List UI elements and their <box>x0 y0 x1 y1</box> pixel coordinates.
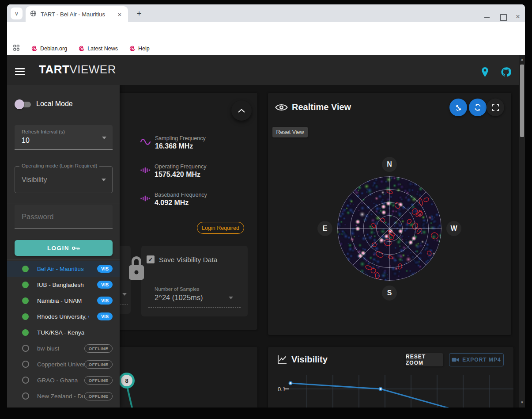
station-list-item[interactable]: GRAO - Ghana OFFLINE <box>7 372 120 388</box>
minimize-button[interactable] <box>484 17 490 18</box>
save-visibility-checkbox[interactable]: ✓ <box>147 255 155 263</box>
sidebar: Local Mode Refresh Interval (s) 10 Opera… <box>7 85 120 408</box>
field-underline <box>148 307 241 308</box>
bookmark-label: Help <box>138 46 150 52</box>
bookmark-item[interactable]: Help <box>129 46 150 52</box>
hamburger-menu-icon[interactable] <box>15 66 25 77</box>
brand-bold: TART <box>39 63 69 76</box>
frequency-value: 4.092 MHz <box>155 199 207 207</box>
compass-south: S <box>382 286 397 301</box>
password-input[interactable] <box>15 205 113 229</box>
reset-view-button[interactable]: Reset View <box>272 127 308 137</box>
bookmarks-separator <box>25 44 25 53</box>
location-pin-icon[interactable] <box>481 66 489 80</box>
tab-strip: ∨ TART - Bel Air - Mauritius × + × <box>7 4 525 22</box>
station-list-item[interactable]: Bel Air - Mauritius VIS <box>7 261 120 277</box>
visibility-title: Visibility <box>291 354 328 365</box>
frequency-value: 1575.420 MHz <box>155 171 206 179</box>
line-chart-icon <box>277 354 287 367</box>
dropdown-arrow-icon[interactable] <box>229 297 233 299</box>
local-mode-label: Local Mode <box>36 100 73 108</box>
operating-mode-value: Visibility <box>22 176 47 184</box>
close-window-button[interactable]: × <box>516 12 520 21</box>
station-list: Bel Air - Mauritius VIS IUB - Bangladesh… <box>7 261 120 404</box>
sky-image[interactable] <box>337 176 441 281</box>
station-name: TUK/KSA - Kenya <box>37 329 84 336</box>
login-label: LOGIN <box>47 245 69 251</box>
station-list-item[interactable]: Rhodes University, Gra… VIS <box>7 309 120 324</box>
fullscreen-button[interactable] <box>487 99 504 116</box>
debian-swirl-icon <box>79 46 85 52</box>
app-header: TARTVIEWER <box>7 55 525 85</box>
login-button[interactable]: LOGIN <box>15 240 113 256</box>
frequency-label: Sampling Frequency <box>155 135 206 141</box>
station-name: New Zealand - Du… <box>37 393 89 400</box>
browser-window: ∨ TART - Bel Air - Mauritius × + × ← → ↻… <box>7 4 525 408</box>
station-badge: VIS <box>97 312 113 320</box>
compass-west: W <box>446 221 461 236</box>
videocam-icon <box>452 357 459 362</box>
satellite-icon <box>454 103 463 112</box>
refresh-interval-select[interactable]: Refresh Interval (s) 10 <box>15 125 113 150</box>
bookmark-item[interactable]: Debian.org <box>31 46 67 52</box>
local-mode-toggle-knob[interactable] <box>15 99 24 109</box>
refresh-interval-value: 10 <box>22 137 30 145</box>
page-scrollbar[interactable]: ▲ ▼ <box>519 55 525 408</box>
visibility-panel: Visibility RESET ZOOM EXPORT MP4 0.1 <box>268 347 513 408</box>
operating-mode-label: Operating mode (Login Required) <box>19 163 99 168</box>
station-status-icon <box>22 329 29 336</box>
new-tab-button[interactable]: + <box>133 8 145 19</box>
station-list-item[interactable]: Namibia - UNAM VIS <box>7 293 120 309</box>
station-badge: VIS <box>97 297 113 305</box>
export-mp4-label: EXPORT MP4 <box>462 357 501 363</box>
station-badge: OFFLINE <box>84 392 113 400</box>
chevron-up-icon <box>238 109 245 113</box>
bookmarks-bar: Debian.org Latest News Help <box>7 42 525 55</box>
chevron-down-icon: ∨ <box>15 10 19 17</box>
scroll-up-icon[interactable]: ▲ <box>519 57 525 61</box>
frequency-label: Operating Frequency <box>155 164 206 170</box>
tart-viewer-page: TARTVIEWER Sampling Frequency <box>7 55 525 408</box>
scroll-down-icon[interactable]: ▼ <box>519 400 525 404</box>
station-list-item[interactable]: Copperbelt Univer… OFFLINE <box>7 356 120 372</box>
github-icon[interactable] <box>501 67 511 79</box>
station-list-item[interactable]: bw-biust OFFLINE <box>7 340 120 356</box>
tab-title: TART - Bel Air - Mauritius <box>41 11 116 18</box>
tab-close-icon[interactable]: × <box>116 11 124 18</box>
maximize-button[interactable] <box>500 14 507 21</box>
tab-search-button[interactable]: ∨ <box>11 8 23 19</box>
frequency-row: Operating Frequency 1575.420 MHz <box>140 164 206 179</box>
collapse-panel-button[interactable] <box>231 100 252 121</box>
realtime-title: Realtime View <box>292 102 351 112</box>
operating-mode-select[interactable]: Operating mode (Login Required) Visibili… <box>15 166 113 193</box>
station-list-item[interactable]: TUK/KSA - Kenya <box>7 324 120 340</box>
refresh-view-button[interactable] <box>469 99 487 116</box>
visibility-chart[interactable] <box>272 369 513 408</box>
save-visibility-label: Save Visibility Data <box>159 256 217 264</box>
scrollbar-thumb[interactable] <box>520 65 524 137</box>
browser-toolbar: ← → ↻ ⌂ tart.elec.ac.nz/viewer/mu-udm ☆ … <box>7 22 525 42</box>
refresh-interval-label: Refresh Interval (s) <box>22 129 65 134</box>
station-name: GRAO - Ghana <box>37 377 78 384</box>
station-list-item[interactable]: IUB - Bangladesh VIS <box>7 277 120 293</box>
browser-tab[interactable]: TART - Bel Air - Mauritius × <box>26 6 128 22</box>
dropdown-arrow-icon[interactable] <box>122 293 127 296</box>
apps-grid-icon[interactable] <box>13 45 19 53</box>
station-list-item[interactable]: New Zealand - Du… OFFLINE <box>7 388 120 404</box>
key-icon <box>72 246 80 251</box>
bookmark-label: Latest News <box>87 46 118 52</box>
lock-icon <box>128 254 144 283</box>
reset-zoom-button[interactable]: RESET ZOOM <box>406 353 443 366</box>
compass-east: E <box>317 221 332 236</box>
export-mp4-button[interactable]: EXPORT MP4 <box>449 353 504 366</box>
bookmark-item[interactable]: Latest News <box>79 46 118 52</box>
globe-favicon-icon <box>30 10 37 19</box>
satellite-overlay-button[interactable] <box>449 99 467 116</box>
station-badge: VIS <box>97 281 113 289</box>
station-name: IUB - Bangladesh <box>37 282 84 288</box>
station-name: Rhodes University, Gra… <box>37 313 89 320</box>
antenna-node-label: 8 <box>121 375 132 386</box>
dropdown-arrow-icon <box>102 137 106 139</box>
sync-icon <box>474 103 482 111</box>
station-status-icon <box>22 313 29 320</box>
